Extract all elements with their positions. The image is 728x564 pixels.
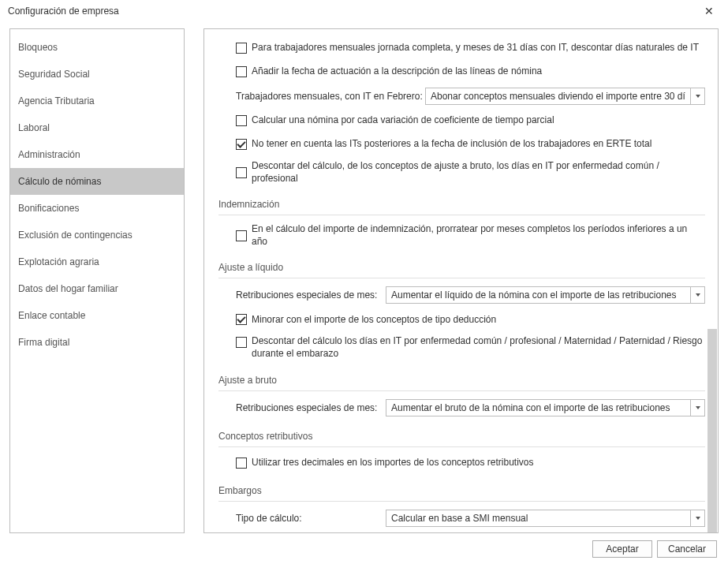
chevron-down-icon — [690, 400, 704, 416]
checkbox[interactable] — [236, 314, 247, 325]
titlebar: Configuración de empresa ✕ — [0, 0, 728, 22]
trab-mensuales-label: Trabajadores mensuales, con IT en Febrer… — [236, 91, 425, 102]
accept-button[interactable]: Aceptar — [592, 540, 652, 558]
checkbox-label: Calcular una nómina por cada variación d… — [252, 114, 554, 127]
checkbox[interactable] — [236, 139, 247, 150]
scrollbar-thumb[interactable] — [707, 329, 717, 532]
check-row: Añadir la fecha de actuación a la descri… — [218, 64, 705, 80]
retrib-liquido-row: Retribuciones especiales de mes: Aumenta… — [218, 286, 705, 304]
chevron-down-icon — [690, 88, 704, 104]
retrib-liquido-label: Retribuciones especiales de mes: — [236, 289, 386, 301]
sidebar-item[interactable]: Bonificaciones — [10, 195, 184, 222]
checkbox[interactable] — [236, 337, 247, 348]
chevron-down-icon — [690, 510, 704, 526]
checkbox-label: En el cálculo del importe de indemnizaci… — [252, 223, 705, 248]
sidebar-item[interactable]: Bloqueos — [10, 34, 184, 61]
trab-mensuales-row: Trabajadores mensuales, con IT en Febrer… — [218, 88, 705, 105]
check-row: No tener en cuenta las ITs posteriores a… — [218, 136, 705, 152]
window-title: Configuración de empresa — [8, 6, 119, 17]
sidebar-item[interactable]: Seguridad Social — [10, 61, 184, 88]
section-ajuste-bruto: Ajuste a bruto — [218, 368, 705, 391]
section-conceptos: Conceptos retributivos — [218, 424, 705, 447]
sidebar-item[interactable]: Cálculo de nóminas — [10, 168, 184, 195]
sidebar-item[interactable]: Explotación agraria — [10, 248, 184, 275]
section-indemnizacion: Indemnización — [218, 192, 705, 215]
sidebar-item[interactable]: Exclusión de contingencias — [10, 222, 184, 248]
checkbox[interactable] — [236, 66, 247, 77]
retrib-liquido-dropdown[interactable]: Aumentar el líquido de la nómina con el … — [386, 286, 705, 304]
dropdown-value: Aumentar el líquido de la nómina con el … — [386, 289, 690, 301]
check-row: Minorar con el importe de los conceptos … — [218, 312, 705, 327]
cancel-button[interactable]: Cancelar — [657, 540, 717, 558]
sidebar-item[interactable]: Laboral — [10, 114, 184, 141]
retrib-bruto-row: Retribuciones especiales de mes: Aumenta… — [218, 399, 705, 416]
dropdown-value: Calcular en base a SMI mensual — [386, 513, 690, 524]
checkbox[interactable] — [236, 230, 247, 241]
trab-mensuales-dropdown[interactable]: Abonar conceptos mensuales diviendo el i… — [425, 88, 705, 105]
checkbox-label: Descontar del cálculo los días en IT por… — [252, 335, 705, 360]
close-icon[interactable]: ✕ — [698, 3, 720, 19]
retrib-bruto-label: Retribuciones especiales de mes: — [236, 402, 386, 413]
checkbox-label: Minorar con el importe de los conceptos … — [252, 314, 496, 327]
chevron-down-icon — [690, 287, 704, 303]
section-ajuste-liquido: Ajuste a líquido — [218, 256, 705, 278]
check-row: Para trabajadores mensuales jornada comp… — [218, 40, 705, 56]
check-row: Descontar del cálculo los días en IT por… — [218, 335, 705, 360]
sidebar-item[interactable]: Administración — [10, 141, 184, 168]
sidebar: BloqueosSeguridad SocialAgencia Tributar… — [9, 28, 185, 533]
check-row: En el cálculo del importe de indemnizaci… — [218, 223, 705, 248]
checkbox[interactable] — [236, 115, 247, 126]
tipo-calculo-dropdown[interactable]: Calcular en base a SMI mensual — [386, 510, 705, 527]
tipo-calculo-label: Tipo de cálculo: — [236, 513, 386, 524]
checkbox-label: Utilizar tres decimales en los importes … — [252, 457, 533, 469]
sidebar-item[interactable]: Datos del hogar familiar — [10, 275, 184, 302]
checkbox[interactable] — [236, 43, 247, 54]
dialog-buttons: Aceptar Cancelar — [592, 540, 717, 558]
checkbox-label: Para trabajadores mensuales jornada comp… — [252, 42, 699, 54]
retrib-bruto-dropdown[interactable]: Aumentar el bruto de la nómina con el im… — [386, 399, 705, 416]
checkbox-label: Descontar del cálculo, de los conceptos … — [252, 160, 705, 185]
tipo-calculo-row: Tipo de cálculo: Calcular en base a SMI … — [218, 510, 705, 527]
check-row: Calcular una nómina por cada variación d… — [218, 113, 705, 129]
checkbox-label: No tener en cuenta las ITs posteriores a… — [252, 138, 651, 151]
checkbox-label: Añadir la fecha de actuación a la descri… — [252, 65, 542, 78]
sidebar-item[interactable]: Enlace contable — [10, 302, 184, 329]
checkbox[interactable] — [236, 167, 247, 178]
section-embargos: Embargos — [218, 479, 705, 502]
check-row: Descontar del cálculo, de los conceptos … — [218, 160, 705, 185]
checkbox[interactable] — [236, 458, 247, 469]
sidebar-item[interactable]: Firma digital — [10, 329, 184, 356]
dropdown-value: Aumentar el bruto de la nómina con el im… — [386, 402, 690, 413]
check-row: Utilizar tres decimales en los importes … — [218, 455, 705, 471]
sidebar-item[interactable]: Agencia Tributaria — [10, 88, 184, 114]
content-panel: Para trabajadores mensuales jornada comp… — [203, 28, 719, 533]
dropdown-value: Abonar conceptos mensuales diviendo el i… — [426, 91, 690, 102]
